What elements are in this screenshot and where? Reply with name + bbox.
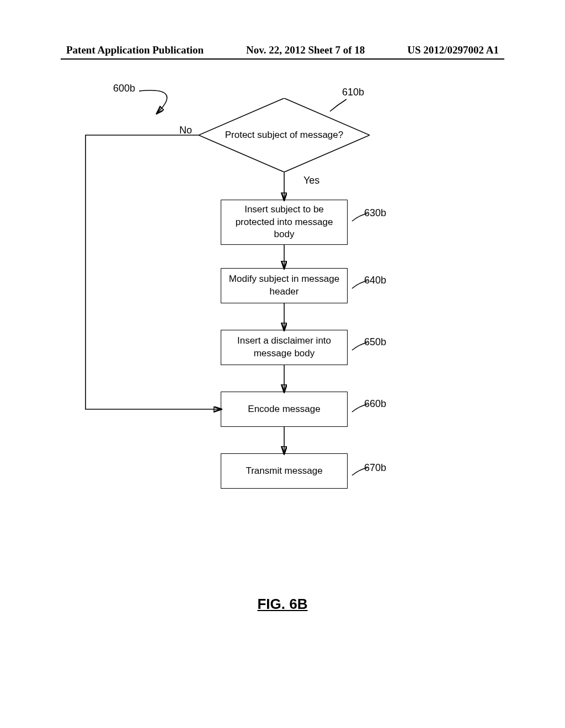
step-insert-disclaimer: Insert a disclaimer into message body — [221, 330, 348, 365]
decision-protect-subject: Protect subject of message? — [199, 98, 370, 172]
ref-630b: 630b — [364, 207, 386, 219]
ref-640b: 640b — [364, 275, 386, 286]
step-transmit-message: Transmit message — [221, 453, 348, 489]
edge-label-no: No — [179, 125, 192, 136]
flowchart: 600b 610b 630b 640b 650b 660b 670b No Ye… — [0, 83, 565, 579]
step-insert-subject: Insert subject to be protected into mess… — [221, 200, 348, 245]
figure-label: FIG. 6B — [0, 596, 565, 613]
page-header: Patent Application Publication Nov. 22, … — [0, 44, 565, 56]
ref-660b: 660b — [364, 398, 386, 410]
ref-650b: 650b — [364, 336, 386, 348]
header-left: Patent Application Publication — [66, 44, 204, 56]
step-encode-message: Encode message — [221, 392, 348, 427]
header-right: US 2012/0297002 A1 — [407, 44, 499, 56]
step-modify-header: Modify subject in message header — [221, 268, 348, 303]
decision-text: Protect subject of message? — [199, 98, 370, 172]
header-center: Nov. 22, 2012 Sheet 7 of 18 — [246, 44, 365, 56]
ref-600b: 600b — [113, 83, 135, 94]
edge-label-yes: Yes — [303, 175, 319, 186]
ref-610b: 610b — [342, 87, 364, 98]
ref-670b: 670b — [364, 462, 386, 474]
header-rule — [61, 58, 504, 60]
